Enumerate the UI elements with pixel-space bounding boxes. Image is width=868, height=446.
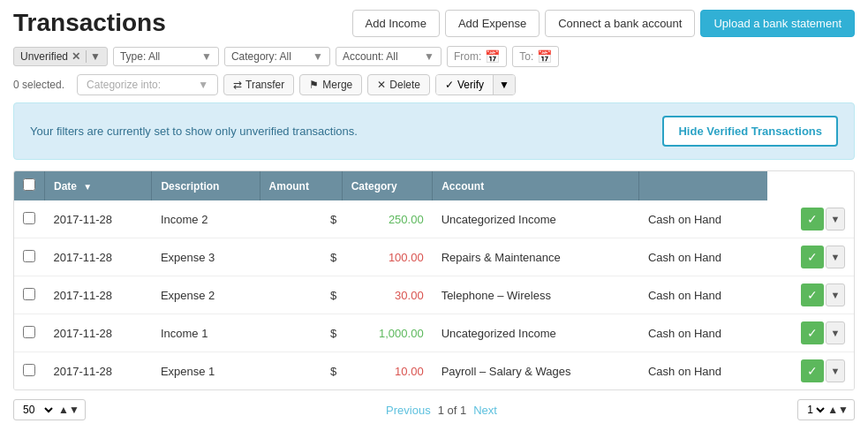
filter-tag-arrow[interactable]: ▼ (86, 50, 101, 63)
connect-bank-button[interactable]: Connect a bank account (545, 10, 695, 37)
actions-column-header (639, 171, 767, 200)
merge-button[interactable]: ⚑ Merge (299, 74, 362, 95)
row-verify-button[interactable]: ✓ (801, 283, 824, 306)
category-filter[interactable]: Category: All ▼ (224, 47, 330, 66)
per-page-dropdown[interactable]: 50 25 100 (19, 403, 56, 417)
unverified-filter-tag[interactable]: Unverified ✕ ▼ (13, 47, 108, 66)
add-income-button[interactable]: Add Income (352, 10, 440, 37)
row-description: Expense 1 (152, 352, 260, 390)
verify-main-button[interactable]: ✓ Verify (436, 75, 493, 94)
row-checkbox-cell[interactable] (14, 276, 45, 314)
row-checkbox[interactable] (23, 250, 35, 262)
verify-caret-button[interactable]: ▼ (493, 75, 515, 94)
date-to-filter[interactable]: To: 📅 (512, 46, 559, 67)
row-verify-button[interactable]: ✓ (801, 359, 824, 382)
row-amount-symbol: $ (260, 238, 342, 276)
row-date: 2017-11-28 (45, 314, 152, 352)
row-date: 2017-11-28 (45, 238, 152, 276)
row-amount-value: 10.00 (342, 352, 432, 390)
categorize-arrow: ▼ (198, 79, 208, 91)
row-amount-symbol: $ (260, 200, 342, 238)
add-expense-button[interactable]: Add Expense (445, 10, 540, 37)
page-jump-arrow: ▲▼ (827, 404, 849, 416)
table-row: 2017-11-28 Expense 1 $ 10.00 Payroll – S… (14, 352, 854, 390)
row-checkbox-cell[interactable] (14, 238, 45, 276)
row-category: Telephone – Wireless (433, 276, 639, 314)
row-checkbox-cell[interactable] (14, 352, 45, 390)
row-account: Cash on Hand (639, 352, 767, 390)
pagination-next[interactable]: Next (473, 404, 497, 417)
row-caret-button[interactable]: ▼ (826, 283, 845, 306)
category-filter-arrow: ▼ (313, 50, 323, 63)
row-verify-button[interactable]: ✓ (801, 208, 824, 231)
info-banner: Your filters are currently set to show o… (13, 102, 855, 160)
filter-tag-label: Unverified (20, 50, 68, 63)
date-sort-icon: ▼ (83, 182, 92, 192)
upload-bank-button[interactable]: Upload a bank statement (700, 10, 855, 37)
description-column-header: Description (152, 171, 260, 200)
filter-tag-remove[interactable]: ✕ (72, 50, 80, 63)
row-account: Cash on Hand (639, 238, 767, 276)
account-filter[interactable]: Account: All ▼ (336, 47, 442, 66)
date-from-filter[interactable]: From: 📅 (447, 46, 507, 67)
row-actions-cell: ✓ ▼ (767, 314, 854, 352)
row-actions-cell: ✓ ▼ (767, 352, 854, 390)
account-filter-arrow: ▼ (424, 50, 434, 63)
amount-column-header: Amount (260, 171, 342, 200)
categorize-select[interactable]: Categorize into: ▼ (77, 74, 218, 95)
pagination-info: 1 of 1 (438, 404, 467, 417)
row-checkbox[interactable] (23, 326, 35, 338)
row-checkbox[interactable] (23, 288, 35, 300)
row-caret-button[interactable]: ▼ (826, 359, 845, 382)
hide-verified-button[interactable]: Hide Verified Transactions (662, 116, 838, 147)
per-page-select[interactable]: 50 25 100 ▲▼ (13, 399, 86, 420)
table-row: 2017-11-28 Income 1 $ 1,000.00 Uncategor… (14, 314, 854, 352)
per-page-arrow: ▲▼ (58, 404, 79, 416)
date-column-header[interactable]: Date ▼ (45, 171, 152, 200)
row-verify-button[interactable]: ✓ (801, 321, 824, 344)
row-account: Cash on Hand (639, 200, 767, 238)
transfer-button[interactable]: ⇄ Transfer (223, 74, 294, 95)
row-description: Income 1 (152, 314, 260, 352)
row-caret-button[interactable]: ▼ (826, 321, 845, 344)
row-date: 2017-11-28 (45, 200, 152, 238)
delete-icon: ✕ (377, 79, 386, 91)
from-label: From: (454, 50, 481, 63)
row-checkbox[interactable] (23, 364, 35, 376)
page-jump-dropdown[interactable]: 1 (804, 403, 827, 417)
row-amount-symbol: $ (260, 276, 342, 314)
selected-count: 0 selected. (13, 79, 64, 91)
row-caret-button[interactable]: ▼ (826, 246, 845, 268)
pagination-prev[interactable]: Previous (386, 404, 431, 417)
account-column-header: Account (433, 171, 639, 200)
transfer-icon: ⇄ (233, 79, 242, 91)
row-amount-value: 100.00 (342, 238, 432, 276)
from-calendar-icon[interactable]: 📅 (485, 49, 500, 64)
row-checkbox-cell[interactable] (14, 200, 45, 238)
row-account: Cash on Hand (639, 276, 767, 314)
row-caret-button[interactable]: ▼ (826, 208, 845, 231)
row-checkbox[interactable] (23, 212, 35, 224)
delete-button[interactable]: ✕ Delete (367, 74, 430, 95)
row-checkbox-cell[interactable] (14, 314, 45, 352)
to-calendar-icon[interactable]: 📅 (537, 49, 552, 64)
row-date: 2017-11-28 (45, 276, 152, 314)
merge-icon: ⚑ (309, 79, 319, 91)
row-actions-cell: ✓ ▼ (767, 200, 854, 238)
select-all-header[interactable] (14, 171, 45, 200)
page-title: Transactions (13, 9, 347, 37)
table-footer: 50 25 100 ▲▼ Previous 1 of 1 Next 1 ▲▼ (13, 399, 855, 420)
row-actions-cell: ✓ ▼ (767, 238, 854, 276)
table-row: 2017-11-28 Expense 3 $ 100.00 Repairs & … (14, 238, 854, 276)
row-category: Payroll – Salary & Wages (433, 352, 639, 390)
verify-button-group: ✓ Verify ▼ (435, 74, 516, 95)
filters-row: Unverified ✕ ▼ Type: All ▼ Category: All… (13, 46, 855, 67)
row-verify-button[interactable]: ✓ (801, 246, 824, 268)
select-all-checkbox[interactable] (23, 178, 35, 191)
row-description: Expense 3 (152, 238, 260, 276)
type-filter[interactable]: Type: All ▼ (113, 47, 219, 66)
banner-message: Your filters are currently set to show o… (30, 125, 358, 138)
type-filter-arrow: ▼ (201, 50, 212, 63)
page-jump-select[interactable]: 1 ▲▼ (797, 399, 855, 420)
verify-icon: ✓ (445, 79, 454, 91)
